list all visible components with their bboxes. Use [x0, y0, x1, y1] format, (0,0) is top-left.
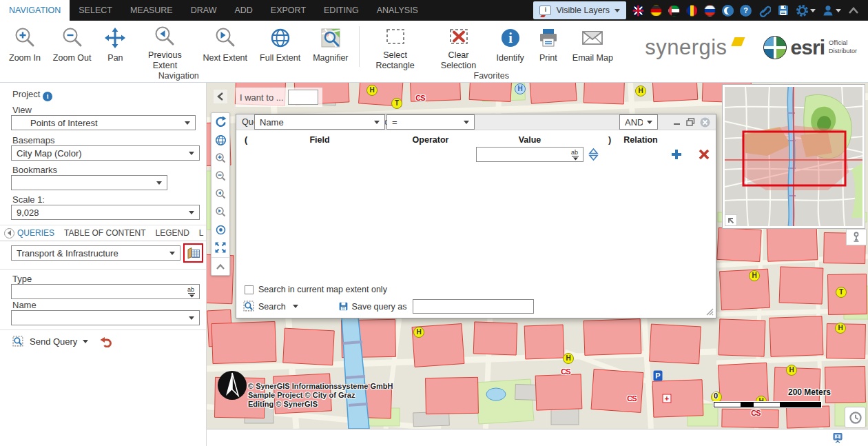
settings-button[interactable]: [796, 4, 816, 17]
autocomplete-ab-icon: ab: [187, 286, 196, 298]
dialog-resize-handle[interactable]: [706, 308, 714, 316]
map-symbol: H: [786, 365, 797, 376]
crescent-icon[interactable]: [722, 5, 734, 17]
select-rectangle-button[interactable]: Select Rectangle: [364, 21, 427, 70]
identify-button[interactable]: i Identify: [490, 21, 530, 70]
zoom-out-small-button[interactable]: [211, 167, 229, 185]
value-field[interactable]: ab: [476, 147, 583, 162]
language-flag-romanian[interactable]: [686, 5, 698, 17]
language-flag-english[interactable]: [632, 5, 644, 17]
menu-tab-select[interactable]: SELECT: [70, 0, 121, 21]
query-theme-select[interactable]: Transport & Infrastructure: [11, 245, 180, 261]
minimize-button[interactable]: [673, 118, 681, 126]
zoom-out-icon: [61, 25, 84, 51]
favorites-tool-group: Select Rectangle Clear Selection i Ident…: [361, 21, 622, 82]
menu-tab-navigation[interactable]: NAVIGATION: [0, 0, 70, 21]
tab-legend[interactable]: LEGEND: [155, 228, 189, 238]
project-info-icon[interactable]: i: [43, 92, 52, 101]
open-querybuilder-button[interactable]: [183, 243, 203, 263]
next-extent-button[interactable]: Next Extent: [196, 21, 254, 70]
pan-icon: [103, 25, 127, 51]
search-dropdown[interactable]: [293, 305, 298, 308]
tab-truncated[interactable]: L: [199, 228, 204, 238]
language-flag-russian[interactable]: [704, 5, 716, 17]
history-button[interactable]: [845, 407, 866, 428]
menu-tab-analysis[interactable]: ANALYSIS: [368, 0, 427, 21]
zoom-in-button[interactable]: Zoom In: [3, 21, 47, 70]
menu-tab-measure[interactable]: MEASURE: [121, 0, 182, 21]
map-symbol: H: [749, 270, 760, 281]
i-want-to-bar: I want to ...: [236, 88, 322, 107]
save-query-input[interactable]: [413, 299, 534, 314]
help-icon[interactable]: ?: [740, 5, 752, 17]
remove-condition-button[interactable]: [698, 148, 710, 161]
tab-table-of-content[interactable]: TABLE OF CONTENT: [64, 228, 145, 238]
view-select[interactable]: Points of Interest: [11, 115, 196, 130]
map-symbol: H: [635, 85, 646, 97]
refresh-map-button[interactable]: [211, 113, 229, 131]
clear-selection-button[interactable]: Clear Selection: [427, 21, 490, 70]
map-viewport[interactable]: HTCSHHHHCSCSP+THCSHTHH I want to ... Que…: [207, 83, 868, 429]
send-query-button[interactable]: Send Query: [12, 335, 112, 347]
add-condition-button[interactable]: [670, 148, 683, 161]
relation-select[interactable]: AND: [619, 114, 658, 130]
i-want-to-input[interactable]: [288, 90, 318, 105]
search-button[interactable]: Search: [258, 302, 286, 312]
expand-extent-button[interactable]: [211, 239, 229, 256]
scale-select[interactable]: 9,028: [11, 205, 200, 220]
tab-scroll-left-button[interactable]: [4, 228, 14, 239]
previous-extent-button[interactable]: Previous Extent: [133, 21, 196, 70]
toolbar-scroll-up-button[interactable]: [211, 257, 229, 275]
share-link-icon[interactable]: [758, 4, 771, 17]
previous-extent-small-button[interactable]: [211, 185, 229, 203]
next-extent-small-button[interactable]: [211, 203, 229, 221]
map-symbol: H: [366, 85, 378, 96]
menu-tab-editing[interactable]: EDITING: [315, 0, 368, 21]
close-button[interactable]: [700, 117, 710, 128]
user-menu-button[interactable]: [822, 4, 841, 17]
reset-query-icon[interactable]: [99, 335, 112, 347]
map-symbol: H: [413, 327, 424, 338]
chevron-down-icon: [810, 9, 816, 12]
center-map-button[interactable]: [211, 221, 229, 239]
collapse-toolbar-button[interactable]: [847, 6, 860, 15]
send-query-dropdown[interactable]: [83, 340, 88, 343]
pan-button[interactable]: Pan: [97, 21, 133, 70]
basemaps-select[interactable]: City Map (Color): [11, 145, 200, 161]
zoom-in-small-button[interactable]: [211, 149, 229, 167]
magnifier-button[interactable]: Magnifier: [307, 21, 354, 70]
tab-queries[interactable]: QUERIES: [17, 228, 54, 238]
visible-layers-button[interactable]: i Visible Layers: [533, 1, 626, 19]
print-icon: [537, 25, 560, 51]
type-autocomplete-field[interactable]: ab: [11, 284, 200, 299]
overview-resize-button[interactable]: [725, 214, 737, 226]
map-extent-checkbox-label: Search in current map extent only: [258, 285, 387, 294]
value-picker-toggle-icon[interactable]: [588, 148, 599, 161]
print-button[interactable]: Print: [530, 21, 566, 70]
menu-tab-draw[interactable]: DRAW: [182, 0, 226, 21]
full-extent-small-button[interactable]: [211, 131, 229, 149]
language-flag-german[interactable]: [650, 5, 662, 17]
field-select[interactable]: Name: [254, 114, 385, 130]
main-menubar: NAVIGATION SELECT MEASURE DRAW ADD EXPOR…: [0, 0, 868, 21]
language-flag-arabic[interactable]: [668, 5, 680, 17]
save-session-icon[interactable]: [777, 4, 789, 17]
email-map-button[interactable]: Email Map: [566, 21, 619, 70]
restore-button[interactable]: [686, 118, 695, 126]
name-select[interactable]: [11, 310, 200, 325]
zoom-out-button[interactable]: Zoom Out: [47, 21, 98, 70]
overview-pin-button[interactable]: [846, 229, 867, 245]
gear-icon: [796, 4, 809, 17]
map-extent-checkbox[interactable]: [245, 285, 254, 294]
user-icon: [822, 4, 834, 17]
menu-tab-add[interactable]: ADD: [225, 0, 261, 21]
menu-tab-export[interactable]: EXPORT: [262, 0, 315, 21]
bookmarks-select[interactable]: [11, 175, 167, 190]
screen-share-button[interactable]: [832, 432, 843, 446]
collapse-sidebar-button[interactable]: [214, 90, 227, 103]
overview-map[interactable]: [722, 84, 865, 229]
type-input[interactable]: [14, 287, 187, 297]
value-input[interactable]: [479, 150, 571, 160]
full-extent-button[interactable]: Full Extent: [254, 21, 307, 70]
operator-select[interactable]: =: [386, 114, 475, 130]
